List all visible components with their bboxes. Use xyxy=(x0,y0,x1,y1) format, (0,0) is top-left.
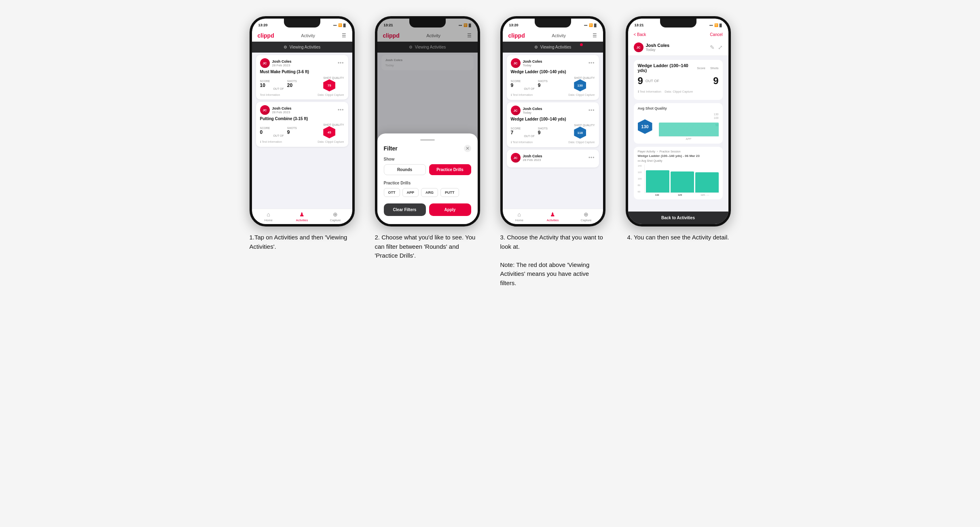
bar2 xyxy=(671,171,694,193)
wifi-icon: 🛜 xyxy=(338,23,342,27)
phone1-logo: clippd xyxy=(258,32,274,39)
battery-icon: ▓ xyxy=(720,23,722,27)
phone3-card-2[interactable]: JC Josh Coles Today ••• Wedge Ladder (10… xyxy=(507,102,599,147)
phone3-card-1[interactable]: JC Josh Coles Today ••• Wedge Ladder (10… xyxy=(507,55,599,100)
phone4: 13:21 ▪▪▪ 🛜 ▓ < Back Cancel JC xyxy=(626,16,731,226)
p3card2-shots-label: Shots xyxy=(538,127,548,130)
p3card2-name: Josh Coles xyxy=(523,107,542,111)
cancel-button[interactable]: Cancel xyxy=(710,32,722,37)
phone3-card-3[interactable]: JC Josh Coles 28 Feb 2023 ••• xyxy=(507,150,599,167)
card1-score-label: Score xyxy=(260,80,270,83)
card1-avatar: JC xyxy=(260,58,270,68)
phone3-tab-home[interactable]: ⌂ Home xyxy=(503,209,536,224)
battery-icon: ▓ xyxy=(343,23,346,27)
phone2: 13:21 ▪▪▪ 🛜 ▓ clippd Activity ☰ ⚙ Vie xyxy=(375,16,480,226)
phone1-card-1[interactable]: JC Josh Coles 28 Feb 2023 ••• Must Make … xyxy=(256,55,348,99)
phone3-tab-capture[interactable]: ⊕ Capture xyxy=(569,209,603,224)
edit-icon[interactable]: ✎ xyxy=(710,44,715,51)
p3card2-quality-block: Shot Quality 118 xyxy=(574,124,595,139)
phone1-card-2[interactable]: JC Josh Coles 28 Feb 2023 ••• Putting Co… xyxy=(256,102,348,147)
expand-icon[interactable]: ⤢ xyxy=(718,44,723,51)
card2-score-block: Score 0 xyxy=(260,127,270,135)
p3card1-dots-menu[interactable]: ••• xyxy=(588,60,595,66)
p3card1-score-block: Score 9 xyxy=(511,80,521,88)
phone4-drill-label: Wedge Ladder (100–140 yds) - 06 Mar 23 xyxy=(638,154,719,158)
p3card2-date: Today xyxy=(523,111,542,114)
card1-shots-value: 20 xyxy=(287,83,297,88)
card2-hex-badge: 45 xyxy=(323,126,335,138)
rounds-button[interactable]: Rounds xyxy=(384,164,426,175)
tag-arg[interactable]: ARG xyxy=(421,188,438,197)
phone3-viewing-banner[interactable]: ⚙ Viewing Activities xyxy=(503,42,603,53)
p3card1-score-value: 9 xyxy=(511,83,521,88)
phone1-tab-capture[interactable]: ⊕ Capture xyxy=(319,209,352,224)
card2-dots-menu[interactable]: ••• xyxy=(338,107,344,113)
card1-quality-block: Shot Quality 75 xyxy=(323,76,344,91)
phone3-nav-title: Activity xyxy=(552,33,566,38)
phone2-col: 13:21 ▪▪▪ 🛜 ▓ clippd Activity ☰ ⚙ Vie xyxy=(371,16,484,260)
card2-footer: ℹ Test Information Data: Clippd Capture xyxy=(260,140,344,144)
practice-session-label: Practice Session xyxy=(659,150,680,153)
phone2-modal-overlay[interactable] xyxy=(377,19,478,143)
phone3-tab-activities[interactable]: ♟ Activities xyxy=(536,209,569,224)
card1-header: JC Josh Coles 28 Feb 2023 ••• xyxy=(260,58,344,68)
modal-close-button[interactable]: ✕ xyxy=(464,145,471,152)
phone4-shots-num: 9 xyxy=(713,75,718,87)
p3card2-user-info: Josh Coles Today xyxy=(523,107,542,114)
p3card2-dots-menu[interactable]: ••• xyxy=(588,108,595,113)
apply-button[interactable]: Apply xyxy=(429,203,471,216)
card1-footer-left: Test Information xyxy=(260,93,280,96)
clear-filters-button[interactable]: Clear Filters xyxy=(384,203,426,216)
card2-score-value: 0 xyxy=(260,129,270,135)
card1-dots-menu[interactable]: ••• xyxy=(338,60,344,66)
tag-app[interactable]: APP xyxy=(402,188,419,197)
tag-ott[interactable]: OTT xyxy=(384,188,400,197)
phone3-menu-icon[interactable]: ☰ xyxy=(593,33,597,38)
phone4-score-row: 9 OUT OF 9 xyxy=(638,75,719,87)
tag-putt[interactable]: PUTT xyxy=(440,188,459,197)
phone4-avatar-group: JC Josh Coles Today xyxy=(634,42,670,52)
phone4-shots-col-label: Shots xyxy=(710,66,718,70)
card1-stats-row: Score 10 OUT OF Shots 20 Shot Quality xyxy=(260,76,344,91)
card1-date: 28 Feb 2023 xyxy=(272,63,292,67)
p3card1-footer-right: Data: Clippd Capture xyxy=(568,93,595,97)
phone4-title-row: Wedge Ladder (100–140 yds) Score Shots xyxy=(638,63,719,73)
p3card1-stats-row: Score 9 OUT OF Shots 9 Shot Quality xyxy=(511,76,595,91)
p3card2-stats-row: Score 7 OUT OF Shots 9 Shot Quality xyxy=(511,124,595,139)
phone1: 13:20 ▪▪▪ 🛜 ▓ clippd Activity ☰ ⚙ Vie xyxy=(250,16,355,226)
modal-handle xyxy=(420,139,435,141)
phone1-tab-activities[interactable]: ♟ Activities xyxy=(285,209,319,224)
card1-user-info: Josh Coles 28 Feb 2023 xyxy=(272,59,292,67)
phone1-tab-home[interactable]: ⌂ Home xyxy=(252,209,286,224)
show-label: Show xyxy=(384,157,471,161)
tab3-capture-label: Capture xyxy=(581,218,592,222)
phone1-col: 13:20 ▪▪▪ 🛜 ▓ clippd Activity ☰ ⚙ Vie xyxy=(246,16,359,251)
phone1-menu-icon[interactable]: ☰ xyxy=(342,33,346,38)
phone4-hex: 130 xyxy=(638,119,652,134)
chart-app-label: APP xyxy=(659,138,719,140)
p3card3-dots-menu[interactable]: ••• xyxy=(588,155,595,161)
caption4: 4. You can then see the Activity detail. xyxy=(627,233,729,242)
tab-home-label: Home xyxy=(265,218,273,222)
card1-hex-badge: 75 xyxy=(323,79,335,91)
phone1-nav-title: Activity xyxy=(301,33,315,38)
phone1-viewing-banner[interactable]: ⚙ Viewing Activities xyxy=(252,42,352,53)
p3card2-score-block: Score 7 xyxy=(511,127,521,135)
p3card1-shots-label: Shots xyxy=(538,80,548,83)
chart-value-label: 130 xyxy=(714,113,719,116)
back-to-activities-button[interactable]: Back to Activities xyxy=(628,212,728,224)
p3card1-quality-block: Shot Quality 130 xyxy=(574,76,595,91)
card2-quality-label: Shot Quality xyxy=(323,123,344,126)
back-button[interactable]: < Back xyxy=(634,32,646,37)
bar3 xyxy=(695,172,719,193)
p3card3-date: 28 Feb 2023 xyxy=(523,158,542,162)
p3card1-date: Today xyxy=(523,63,542,67)
card1-activity-title: Must Make Putting (3-6 ft) xyxy=(260,70,344,74)
p3card1-avatar-group: JC Josh Coles Today xyxy=(511,58,542,68)
phone4-avatar: JC xyxy=(634,42,643,52)
practice-drills-button[interactable]: Practice Drills xyxy=(429,164,471,175)
phone1-notch xyxy=(284,19,320,28)
phone3-tab-bar: ⌂ Home ♟ Activities ⊕ Capture xyxy=(503,209,603,224)
home-icon: ⌂ xyxy=(267,211,270,218)
card2-avatar: JC xyxy=(260,105,270,115)
